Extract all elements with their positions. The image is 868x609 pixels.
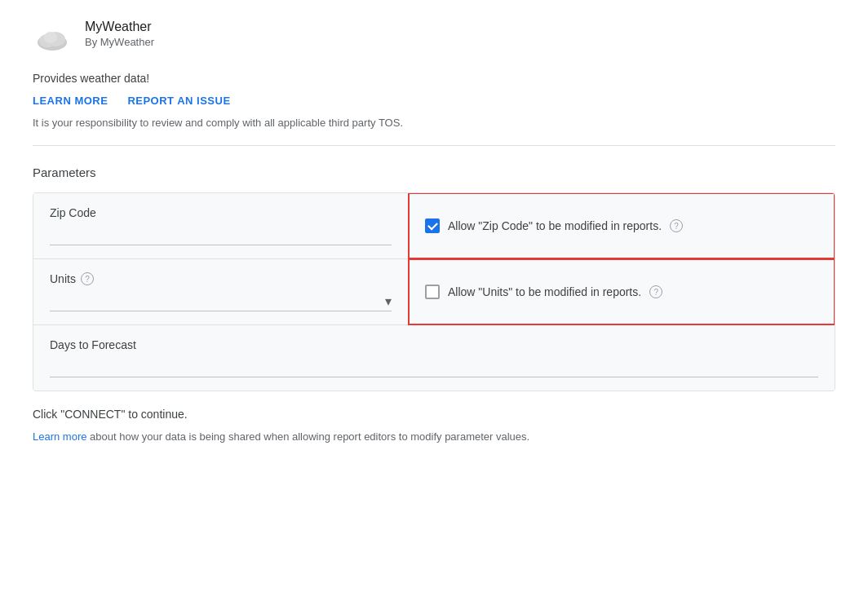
- parameters-section: Parameters Zip Code Allow "Zip Code" to …: [33, 165, 835, 391]
- zip-code-checkbox[interactable]: [425, 218, 440, 233]
- param-row-days-to-forecast: Days to Forecast: [33, 325, 835, 391]
- app-title: MyWeather: [85, 20, 154, 34]
- param-left-days-to-forecast: Days to Forecast: [33, 325, 835, 391]
- app-header: MyWeather By MyWeather: [33, 20, 835, 59]
- learn-more-link[interactable]: LEARN MORE: [33, 95, 108, 107]
- param-row-units: Units ? Imperial Metric ▾: [33, 259, 835, 325]
- units-help-icon[interactable]: ?: [81, 272, 94, 285]
- zip-code-label-row: Zip Code: [50, 206, 392, 219]
- footer-section: Click "CONNECT" to continue. Learn more …: [33, 408, 835, 443]
- units-dropdown-arrow: ▾: [385, 293, 392, 309]
- units-label: Units: [50, 272, 76, 285]
- app-links: LEARN MORE REPORT AN ISSUE: [33, 95, 835, 107]
- zip-code-checkbox-label: Allow "Zip Code" to be modified in repor…: [448, 219, 662, 232]
- click-connect-text: Click "CONNECT" to continue.: [33, 408, 835, 421]
- report-issue-link[interactable]: REPORT AN ISSUE: [127, 95, 230, 107]
- zip-code-label: Zip Code: [50, 206, 96, 219]
- units-checkbox[interactable]: [425, 285, 440, 299]
- param-left-units: Units ? Imperial Metric ▾: [33, 259, 409, 324]
- days-to-forecast-label: Days to Forecast: [50, 338, 136, 351]
- param-left-zip-code: Zip Code: [33, 193, 409, 258]
- svg-point-3: [44, 32, 57, 43]
- app-by: By MyWeather: [85, 36, 154, 48]
- units-label-row: Units ?: [50, 272, 392, 285]
- zip-code-right-help-icon[interactable]: ?: [670, 219, 683, 232]
- parameters-title: Parameters: [33, 165, 835, 179]
- learn-more-footer-suffix: about how your data is being shared when…: [86, 430, 529, 443]
- app-info: MyWeather By MyWeather: [85, 20, 154, 48]
- tos-text: It is your responsibility to review and …: [33, 117, 835, 129]
- units-select-wrapper: Imperial Metric ▾: [50, 293, 392, 311]
- zip-code-input[interactable]: [50, 228, 392, 245]
- param-right-zip-code: Allow "Zip Code" to be modified in repor…: [409, 193, 835, 258]
- app-description: Provides weather data!: [33, 72, 835, 85]
- param-row-zip-code: Zip Code Allow "Zip Code" to be modified…: [33, 193, 835, 259]
- learn-more-footer-link[interactable]: Learn more: [33, 430, 86, 443]
- learn-more-footer: Learn more about how your data is being …: [33, 430, 835, 443]
- days-to-forecast-label-row: Days to Forecast: [50, 338, 818, 351]
- units-checkbox-row: Allow "Units" to be modified in reports.…: [425, 285, 662, 299]
- section-divider: [33, 145, 835, 146]
- days-to-forecast-input[interactable]: [50, 360, 818, 377]
- units-right-help-icon[interactable]: ?: [649, 285, 662, 298]
- param-right-units: Allow "Units" to be modified in reports.…: [409, 259, 835, 324]
- page-container: MyWeather By MyWeather Provides weather …: [0, 0, 868, 475]
- units-select[interactable]: Imperial Metric: [50, 295, 385, 308]
- params-table: Zip Code Allow "Zip Code" to be modified…: [33, 192, 835, 391]
- units-checkbox-label: Allow "Units" to be modified in reports.: [448, 285, 641, 298]
- app-icon: [33, 20, 72, 59]
- zip-code-checkbox-row: Allow "Zip Code" to be modified in repor…: [425, 218, 683, 233]
